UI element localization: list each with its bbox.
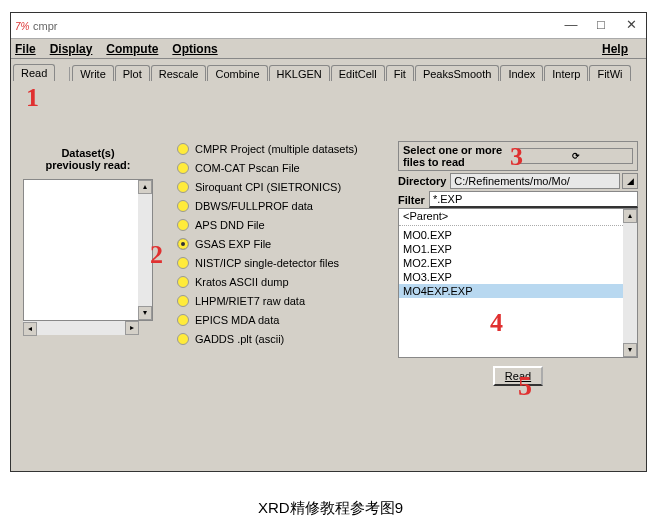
tab-fitwi[interactable]: FitWi: [589, 65, 630, 81]
filter-row: Filter *.EXP: [398, 191, 638, 208]
file-panel: Select one or more files to read ⟳ Direc…: [398, 141, 638, 382]
format-label: LHPM/RIET7 raw data: [195, 295, 305, 307]
read-button-wrap: Read: [398, 370, 638, 382]
radio-icon: [177, 162, 189, 174]
filter-label: Filter: [398, 194, 425, 206]
directory-dropdown-icon[interactable]: ◢: [622, 173, 638, 189]
filelist-scrollbar[interactable]: ▴ ▾: [623, 209, 637, 357]
tab-write[interactable]: Write: [72, 65, 113, 81]
scroll-down-icon[interactable]: ▾: [138, 306, 152, 320]
filter-input[interactable]: *.EXP: [429, 191, 638, 208]
tab-index[interactable]: Index: [500, 65, 543, 81]
format-radio[interactable]: EPICS MDA data: [177, 314, 358, 326]
radio-icon: [177, 219, 189, 231]
format-radio[interactable]: Siroquant CPI (SIETRONICS): [177, 181, 358, 193]
format-radio[interactable]: CMPR Project (multiple datasets): [177, 143, 358, 155]
radio-icon: [177, 276, 189, 288]
format-label: CMPR Project (multiple datasets): [195, 143, 358, 155]
format-radio[interactable]: Kratos ASCII dump: [177, 276, 358, 288]
menu-display[interactable]: Display: [50, 42, 93, 56]
content-area: Dataset(s) previously read: ▴ ▾ ◂ ▸ CMPR…: [11, 81, 646, 469]
format-radio[interactable]: DBWS/FULLPROF data: [177, 200, 358, 212]
format-radio[interactable]: NIST/ICP single-detector files: [177, 257, 358, 269]
radio-icon: [177, 200, 189, 212]
tab-bar: Read Write Plot Rescale Combine HKLGEN E…: [11, 59, 646, 81]
file-list-divider: [399, 225, 637, 226]
radio-icon: [177, 143, 189, 155]
format-radio-selected[interactable]: GSAS EXP File: [177, 238, 358, 250]
directory-row: Directory C:/Refinements/mo/Mo/ ◢: [398, 173, 638, 189]
minimize-button[interactable]: —: [556, 14, 586, 38]
format-label: GSAS EXP File: [195, 238, 271, 250]
close-button[interactable]: ✕: [616, 14, 646, 38]
radio-icon: [177, 181, 189, 193]
window-buttons: — □ ✕: [556, 14, 646, 38]
scroll-up-icon[interactable]: ▴: [623, 209, 637, 223]
format-radio[interactable]: GADDS .plt (ascii): [177, 333, 358, 345]
listbox-scrollbar-x[interactable]: ◂ ▸: [23, 321, 139, 335]
menu-file[interactable]: File: [15, 42, 36, 56]
file-item[interactable]: MO1.EXP: [399, 242, 637, 256]
file-item-parent[interactable]: <Parent>: [399, 209, 637, 223]
scroll-up-icon[interactable]: ▴: [138, 180, 152, 194]
titlebar: 7% cmpr — □ ✕: [11, 13, 646, 39]
app-window: 7% cmpr — □ ✕ File Display Compute Optio…: [10, 12, 647, 472]
tab-combine[interactable]: Combine: [207, 65, 267, 81]
window-title: cmpr: [33, 20, 556, 32]
radio-icon-selected: [177, 238, 189, 250]
radio-icon: [177, 257, 189, 269]
tab-rescale[interactable]: Rescale: [151, 65, 207, 81]
file-panel-header: Select one or more files to read ⟳: [398, 141, 638, 171]
file-item[interactable]: MO0.EXP: [399, 228, 637, 242]
file-item[interactable]: MO3.EXP: [399, 270, 637, 284]
svg-text:7%: 7%: [15, 21, 29, 32]
menu-options[interactable]: Options: [172, 42, 217, 56]
menu-help[interactable]: Help: [602, 42, 628, 56]
file-item[interactable]: MO2.EXP: [399, 256, 637, 270]
tab-read[interactable]: Read: [13, 64, 55, 81]
file-panel-title: Select one or more files to read: [403, 144, 516, 168]
app-icon: 7%: [15, 19, 29, 33]
format-label: APS DND File: [195, 219, 265, 231]
dataset-listbox[interactable]: ▴ ▾: [23, 179, 153, 321]
file-list[interactable]: <Parent> MO0.EXP MO1.EXP MO2.EXP MO3.EXP…: [398, 208, 638, 358]
refresh-icon[interactable]: ⟳: [518, 148, 633, 164]
radio-icon: [177, 333, 189, 345]
tab-editcell[interactable]: EditCell: [331, 65, 385, 81]
file-item-selected[interactable]: MO4EXP.EXP: [399, 284, 637, 298]
format-label: Kratos ASCII dump: [195, 276, 289, 288]
format-radio[interactable]: LHPM/RIET7 raw data: [177, 295, 358, 307]
tab-peakssmooth[interactable]: PeaksSmooth: [415, 65, 499, 81]
format-label: DBWS/FULLPROF data: [195, 200, 313, 212]
format-label: NIST/ICP single-detector files: [195, 257, 339, 269]
tab-hklgen[interactable]: HKLGEN: [269, 65, 330, 81]
format-label: EPICS MDA data: [195, 314, 279, 326]
menu-compute[interactable]: Compute: [106, 42, 158, 56]
directory-label: Directory: [398, 175, 446, 187]
format-label: GADDS .plt (ascii): [195, 333, 284, 345]
format-label: Siroquant CPI (SIETRONICS): [195, 181, 341, 193]
dataset-label: Dataset(s) previously read:: [33, 147, 143, 171]
scroll-down-icon[interactable]: ▾: [623, 343, 637, 357]
format-radio-group: CMPR Project (multiple datasets) COM-CAT…: [177, 143, 358, 352]
radio-icon: [177, 295, 189, 307]
menubar: File Display Compute Options Help: [11, 39, 646, 59]
read-button[interactable]: Read: [493, 366, 543, 386]
directory-field[interactable]: C:/Refinements/mo/Mo/: [450, 173, 620, 189]
radio-icon: [177, 314, 189, 326]
tab-interp[interactable]: Interp: [544, 65, 588, 81]
tab-plot[interactable]: Plot: [115, 65, 150, 81]
scroll-left-icon[interactable]: ◂: [23, 322, 37, 336]
format-label: COM-CAT Pscan File: [195, 162, 300, 174]
scroll-right-icon[interactable]: ▸: [125, 321, 139, 335]
listbox-scrollbar-y[interactable]: ▴ ▾: [138, 180, 152, 320]
format-radio[interactable]: COM-CAT Pscan File: [177, 162, 358, 174]
tab-fit[interactable]: Fit: [386, 65, 414, 81]
figure-caption: XRD精修教程参考图9: [0, 499, 661, 518]
maximize-button[interactable]: □: [586, 14, 616, 38]
format-radio[interactable]: APS DND File: [177, 219, 358, 231]
